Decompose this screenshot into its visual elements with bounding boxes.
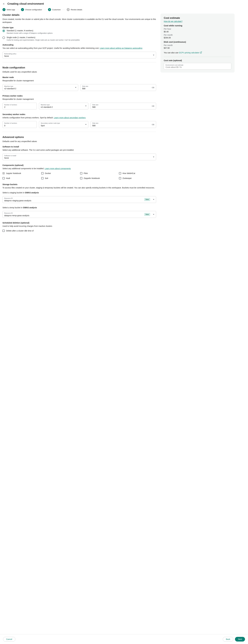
radio-single-node[interactable]: Single node (1 master, 0 workers) Useful… xyxy=(2,36,156,41)
storage-heading: Storage buckets xyxy=(2,183,156,186)
cost-calculate-link[interactable]: How do we calculate? xyxy=(164,20,182,22)
chevron-down-icon xyxy=(75,87,76,88)
node-config-desc: Defaults used for any unspecified values xyxy=(2,70,156,74)
back-button[interactable]: Back xyxy=(223,637,233,642)
component-docker[interactable]: Docker xyxy=(41,172,78,174)
autoscaling-heading: Autoscaling xyxy=(2,44,156,46)
field-label: Disk size xyxy=(92,104,151,106)
temp-bucket-select[interactable]: Resource ID dataproc-temp-gwas-analysis … xyxy=(2,211,156,218)
component-jupyter-notebook[interactable]: Jupyter Notebook xyxy=(2,172,40,174)
staging-bucket-select[interactable]: Resource ID dataproc-staging-gwas-analys… xyxy=(2,196,156,203)
worker-count-value[interactable] xyxy=(4,124,32,127)
checkbox-label: Docker xyxy=(45,172,51,174)
checkbox-icon xyxy=(41,177,44,179)
checkbox-icon xyxy=(119,172,121,174)
per-hour-label: Per hour xyxy=(164,28,231,30)
staging-bucket-prompt: Select a staging bucket in GWAS analysis xyxy=(2,191,156,194)
field-value: dataproc-temp-gwas-analysis xyxy=(4,214,151,217)
disk-size-value[interactable] xyxy=(82,88,151,90)
scheduled-deletion-sub: Used to help avoid incurring charges fro… xyxy=(2,225,156,228)
unit-label: GB xyxy=(152,124,154,126)
close-icon[interactable] xyxy=(2,2,5,5)
cluster-type-radio-group: Standard (1 master, N workers) Standard … xyxy=(2,30,156,41)
field-label: Machine type xyxy=(4,86,73,87)
secondary-disk-size-input[interactable]: Disk size GB xyxy=(90,121,156,128)
components-learn-more-link[interactable]: Learn more about components xyxy=(44,168,71,170)
scheduled-deletion-heading: Scheduled deletion (optional) xyxy=(2,222,156,224)
gcp-pricing-calculator-link[interactable]: GCP's pricing calculator xyxy=(179,52,202,54)
checkbox-label: Zookeeper xyxy=(122,177,132,180)
checkbox-icon xyxy=(2,177,5,179)
radio-helper: Standard cluster with a range of Datapro… xyxy=(6,32,156,34)
primary-disk-size-input[interactable]: Disk size GB xyxy=(90,103,156,110)
cost-title: Cost estimate xyxy=(164,16,231,20)
software-heading: Software to install xyxy=(2,146,156,148)
field-label: Resource ID xyxy=(4,212,151,214)
component-zookeeper[interactable]: Zookeeper xyxy=(119,177,156,180)
cost-running-heading: Cost while running xyxy=(164,24,231,27)
page-header: Creating cloud environment xyxy=(0,0,248,7)
field-value: n2-standard-2 xyxy=(4,88,73,90)
secondary-workers-sub: Inherits configuration from primary work… xyxy=(2,116,156,119)
checkbox-label: Jupyter Notebook xyxy=(6,172,21,174)
cost-estimate-card: Cost estimate How do we calculate? Cost … xyxy=(160,14,234,72)
radio-helper: Useful for testing and experimentation. … xyxy=(6,39,156,41)
check-icon xyxy=(21,8,24,11)
step-customize[interactable]: 3 Customize xyxy=(48,8,60,11)
cost-note-input[interactable]: Environment cost estimate xyxy=(164,63,231,70)
next-button[interactable]: Next xyxy=(235,637,245,642)
secondary-worker-count-input[interactable]: Number of workers xyxy=(2,121,37,128)
step-select-app[interactable]: Select app xyxy=(2,8,15,11)
cost-note-heading: Cost note (optional) xyxy=(164,59,231,62)
cancel-button[interactable]: Cancel xyxy=(3,637,15,642)
checkbox-icon xyxy=(41,172,44,174)
field-value: None xyxy=(4,157,151,159)
divider xyxy=(2,132,156,132)
master-node-heading: Master node xyxy=(2,76,156,78)
cluster-type-heading: Cluster type xyxy=(2,26,156,29)
cost-also-text: You can also use GCP's pricing calculato… xyxy=(164,51,231,54)
components-grid: Jupyter Notebook Docker Flink Hive WebHC… xyxy=(2,172,156,180)
per-month-value: $294.09 xyxy=(164,36,231,39)
component-hudi[interactable]: Hudi xyxy=(2,177,40,180)
step-label: Choose configuration xyxy=(25,9,42,11)
secondary-workers-learn-more-link[interactable]: Learn more about secondary workers xyxy=(54,116,86,119)
checkbox-icon xyxy=(80,172,82,174)
checkbox-label: Flink xyxy=(84,172,88,174)
step-label: Select app xyxy=(6,9,15,11)
step-review-details[interactable]: 4 Review details xyxy=(67,8,82,11)
component-hive-webhcat[interactable]: Hive WebHCat xyxy=(119,172,156,174)
step-separator xyxy=(44,10,46,10)
step-label: Review details xyxy=(71,9,82,11)
step-choose-configuration[interactable]: Choose configuration xyxy=(21,8,42,11)
field-label: Disk size xyxy=(92,122,151,124)
checkbox-icon xyxy=(2,172,5,174)
primary-machine-type-select[interactable]: Machine type n2-standard-2 xyxy=(39,103,88,110)
advanced-options-desc: Defaults used for any unspecified values xyxy=(2,140,156,143)
secondary-worker-type-select[interactable]: Secondary worker node type Spot xyxy=(39,121,88,128)
chevron-down-icon xyxy=(153,55,154,56)
primary-worker-count-input[interactable]: Number of workers xyxy=(2,103,37,110)
disk-cost-heading: Disk cost (continuous) xyxy=(164,41,231,43)
radio-icon xyxy=(2,30,5,32)
master-machine-type-select[interactable]: Machine type n2-standard-2 xyxy=(2,84,78,91)
field-value: None xyxy=(4,55,151,57)
component-solr[interactable]: Solr xyxy=(41,177,78,180)
check-icon xyxy=(2,8,6,11)
worker-count-value[interactable] xyxy=(4,106,32,108)
cost-note-field[interactable] xyxy=(166,66,230,68)
software-select[interactable]: Software to install None xyxy=(2,154,156,160)
autoscaling-learn-more-link[interactable]: Learn more about setting up Dataproc aut… xyxy=(100,47,142,49)
step-label: Customize xyxy=(52,9,60,11)
scheduled-deletion-checkbox[interactable]: Delete after a cluster idle time of xyxy=(2,230,156,232)
field-label: Disk size xyxy=(82,86,151,87)
external-link-icon xyxy=(200,52,202,54)
component-zeppelin-notebook[interactable]: Zeppelin Notebook xyxy=(80,177,117,180)
checkbox-icon xyxy=(119,177,121,179)
disk-size-value[interactable] xyxy=(92,124,151,127)
disk-size-value[interactable] xyxy=(92,106,151,108)
component-flink[interactable]: Flink xyxy=(80,172,117,174)
radio-standard[interactable]: Standard (1 master, N workers) Standard … xyxy=(2,30,156,34)
master-disk-size-input[interactable]: Disk size GB xyxy=(80,84,156,91)
autoscaling-policy-select[interactable]: Autoscaling policy None xyxy=(2,52,156,58)
